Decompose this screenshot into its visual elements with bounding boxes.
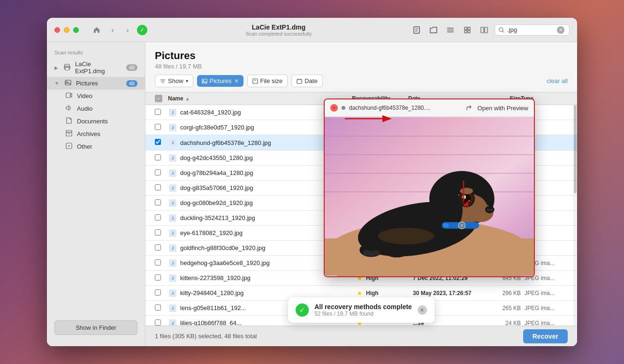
- file-icon: J: [168, 198, 177, 208]
- file-icon: J: [168, 273, 177, 283]
- sidebar-item-label: Pictures: [76, 80, 122, 87]
- search-input[interactable]: [507, 26, 554, 33]
- sidebar-item-archives[interactable]: Archives: [47, 128, 145, 140]
- file-icon: J: [168, 168, 177, 178]
- sidebar-item-documents[interactable]: Documents: [47, 115, 145, 128]
- grid-view-button[interactable]: [461, 23, 474, 37]
- close-button[interactable]: [54, 27, 60, 33]
- preview-dot-icon: [342, 106, 345, 110]
- file-icon: J: [168, 303, 177, 313]
- remove-filter-icon[interactable]: ✕: [234, 78, 239, 84]
- clear-all-button[interactable]: clear all: [547, 77, 568, 84]
- show-filter-button[interactable]: Show ▾: [155, 75, 193, 87]
- sidebar-badge-lacie: 48: [126, 64, 137, 71]
- doc-icon: [66, 117, 73, 125]
- svg-line-14: [502, 31, 504, 32]
- svg-rect-10: [468, 30, 470, 33]
- sidebar-badge-pictures: 48: [126, 80, 137, 87]
- file-icon: J: [168, 258, 177, 268]
- row-checkbox[interactable]: [155, 289, 168, 297]
- row-checkbox[interactable]: [155, 199, 168, 207]
- date-label: Date: [304, 77, 317, 84]
- svg-point-69: [378, 228, 434, 244]
- row-size: 296 KB: [483, 290, 521, 296]
- row-checkbox[interactable]: [155, 123, 168, 132]
- svg-rect-12: [485, 27, 487, 33]
- maximize-button[interactable]: [73, 27, 79, 33]
- th-checkbox: −: [155, 95, 168, 102]
- printer-icon: [64, 64, 71, 72]
- row-size: 265 KB: [483, 305, 521, 311]
- photo-icon: [65, 79, 72, 87]
- recovery-notification-close[interactable]: ✕: [418, 305, 427, 315]
- svg-point-58: [460, 188, 473, 194]
- file-size-filter-button[interactable]: File size: [247, 75, 288, 87]
- sidebar-item-lacie[interactable]: ▶ LaCie ExtP1.dmg 48: [47, 58, 145, 77]
- sidebar-item-label: LaCie ExtP1.dmg: [75, 61, 122, 75]
- sidebar-item-other[interactable]: Other: [47, 140, 145, 153]
- sidebar-section-label: Scan results: [47, 48, 145, 58]
- row-checkbox[interactable]: [155, 259, 168, 267]
- date-filter-button[interactable]: Date: [291, 75, 322, 87]
- row-checkbox[interactable]: [155, 244, 168, 252]
- file-icon: J: [168, 318, 177, 326]
- row-checkbox[interactable]: [155, 154, 168, 162]
- content-title: Pictures: [155, 50, 568, 62]
- folder-view-button[interactable]: [427, 23, 440, 37]
- preview-image: [325, 117, 534, 276]
- row-checkbox[interactable]: [155, 184, 168, 192]
- window-title: LaCie ExtP1.dmg: [252, 23, 305, 31]
- list-view-button[interactable]: [444, 23, 457, 37]
- preview-close-button[interactable]: ✕: [330, 104, 338, 112]
- window-subtitle: Scan completed successfully: [245, 31, 312, 37]
- other-icon: [66, 143, 73, 151]
- search-clear-button[interactable]: ✕: [557, 26, 564, 34]
- sidebar-item-video[interactable]: Video: [47, 90, 145, 102]
- row-checkbox[interactable]: [155, 108, 168, 117]
- share-icon[interactable]: [464, 103, 474, 113]
- panel-view-button[interactable]: [478, 23, 491, 37]
- recover-button[interactable]: Recover: [523, 329, 568, 343]
- app-window: ‹ › ✓ LaCie ExtP1.dmg Scan completed suc…: [47, 18, 577, 346]
- svg-rect-15: [65, 64, 69, 67]
- chevron-down-icon: ▾: [186, 78, 188, 83]
- minimize-button[interactable]: [64, 27, 69, 33]
- main-content: Scan results ▶ LaCie ExtP1.dmg 48 ▼ Pict…: [47, 42, 577, 346]
- back-button[interactable]: ‹: [107, 24, 118, 36]
- pictures-filter-tag[interactable]: Pictures ✕: [197, 75, 244, 87]
- svg-rect-8: [468, 27, 470, 30]
- svg-rect-20: [66, 93, 70, 98]
- file-icon: J: [168, 288, 177, 298]
- row-type: JPEG ima...: [521, 305, 568, 311]
- sidebar-item-pictures[interactable]: ▼ Pictures 48: [47, 77, 145, 90]
- forward-button[interactable]: ›: [122, 24, 133, 36]
- sidebar-item-audio[interactable]: Audio: [47, 102, 145, 115]
- row-checkbox[interactable]: [155, 169, 168, 177]
- row-checkbox[interactable]: [155, 274, 168, 282]
- row-checkbox[interactable]: [155, 304, 168, 312]
- svg-rect-68: [443, 223, 449, 227]
- content-header: Pictures 48 files / 19,7 MB: [145, 42, 577, 75]
- content-area: Pictures 48 files / 19,7 MB Show ▾ Pictu…: [145, 42, 577, 346]
- doc-view-button[interactable]: [410, 23, 423, 37]
- open-with-preview-button[interactable]: Open with Preview: [478, 105, 528, 112]
- recovery-notification: ✓ All recovery methods complete 52 files…: [288, 297, 434, 323]
- sort-arrow-icon: ▲: [185, 96, 190, 101]
- file-size-label: File size: [260, 77, 283, 84]
- titlebar-title: LaCie ExtP1.dmg Scan completed successfu…: [151, 23, 406, 37]
- row-checkbox[interactable]: [155, 319, 168, 326]
- svg-point-13: [499, 28, 503, 31]
- file-icon: J: [168, 138, 177, 147]
- sidebar-item-label: Documents: [77, 118, 137, 125]
- file-icon: J: [168, 153, 177, 163]
- row-checkbox[interactable]: [155, 138, 168, 147]
- row-checkbox[interactable]: [155, 214, 168, 222]
- show-in-finder-button[interactable]: Show in Finder: [54, 320, 137, 335]
- select-all-checkbox[interactable]: −: [155, 95, 162, 102]
- archive-icon: [66, 130, 73, 138]
- date-icon: [297, 78, 302, 84]
- home-button[interactable]: [90, 23, 103, 37]
- search-box: ✕: [495, 24, 570, 36]
- row-star-icon[interactable]: ★: [357, 289, 366, 297]
- row-checkbox[interactable]: [155, 229, 168, 237]
